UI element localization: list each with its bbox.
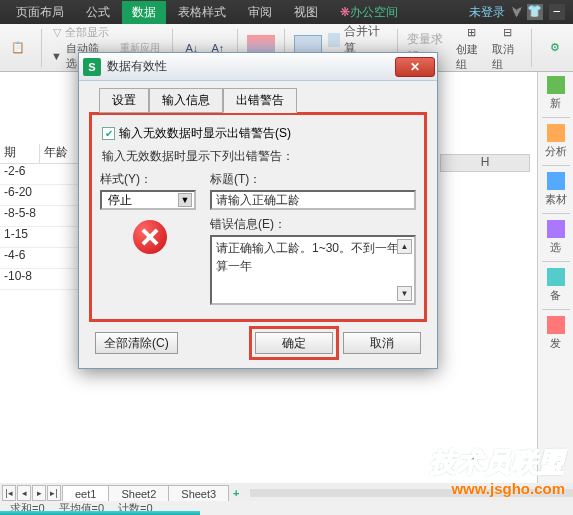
- menu-data[interactable]: 数据: [122, 1, 166, 24]
- menu-table-style[interactable]: 表格样式: [168, 1, 236, 24]
- tab-nav-next[interactable]: ▸: [32, 485, 46, 501]
- tab-nav-prev[interactable]: ◂: [17, 485, 31, 501]
- show-error-label: 输入无效数据时显示出错警告(S): [119, 125, 291, 142]
- visible-cell[interactable]: -4-6: [0, 248, 80, 269]
- dialog-title: 数据有效性: [107, 58, 395, 75]
- menu-office-space[interactable]: ❋办公空间: [330, 1, 408, 24]
- dialog-tabs: 设置 输入信息 出错警告: [99, 87, 427, 112]
- cell-head-2[interactable]: 年龄: [40, 144, 80, 163]
- show-error-checkbox[interactable]: ✔: [102, 127, 115, 140]
- visible-cell[interactable]: -8-5-8: [0, 206, 80, 227]
- sidebar-send[interactable]: 发: [542, 316, 570, 351]
- menu-review[interactable]: 审阅: [238, 1, 282, 24]
- login-link[interactable]: 未登录: [465, 4, 509, 21]
- min-icon[interactable]: ‒: [549, 4, 565, 20]
- ribbon-show-all[interactable]: ▽全部显示: [53, 25, 109, 40]
- visible-cell[interactable]: -2-6: [0, 164, 80, 185]
- dropdown-arrow-icon[interactable]: ▼: [178, 193, 192, 207]
- tab-nav-last[interactable]: ▸|: [47, 485, 61, 501]
- ribbon-ungroup[interactable]: ⊟取消组: [492, 23, 522, 72]
- column-header-H[interactable]: H: [440, 154, 530, 172]
- visible-cell[interactable]: -6-20: [0, 185, 80, 206]
- error-icon: [133, 220, 167, 254]
- sidebar-backup[interactable]: 备: [542, 268, 570, 303]
- ribbon-settings[interactable]: ⚙: [541, 35, 569, 61]
- style-label: 样式(Y)：: [100, 171, 200, 188]
- cell-head-1[interactable]: 期: [0, 144, 40, 163]
- right-sidebar: 新 分析 素材 选 备 发: [537, 72, 573, 485]
- data-validation-dialog: S 数据有效性 ✕ 设置 输入信息 出错警告 ✔ 输入无效数据时显示出错警告(S…: [78, 52, 438, 369]
- sidebar-select[interactable]: 选: [542, 220, 570, 255]
- title-label: 标题(T)：: [210, 171, 416, 188]
- title-input[interactable]: 请输入正确工龄: [210, 190, 416, 210]
- sidebar-analyze[interactable]: 分析: [542, 124, 570, 159]
- highlighted-region: ✔ 输入无效数据时显示出错警告(S) 输入无效数据时显示下列出错警告： 样式(Y…: [89, 112, 427, 322]
- menu-page-layout[interactable]: 页面布局: [6, 1, 74, 24]
- ribbon-paste[interactable]: 📋: [4, 35, 32, 61]
- dialog-titlebar[interactable]: S 数据有效性 ✕: [79, 53, 437, 81]
- menu-view[interactable]: 视图: [284, 1, 328, 24]
- tab-error-alert[interactable]: 出错警告: [223, 88, 297, 113]
- error-message-label: 错误信息(E)：: [210, 216, 416, 233]
- visible-cell[interactable]: 1-15: [0, 227, 80, 248]
- close-button[interactable]: ✕: [395, 57, 435, 77]
- sidebar-new[interactable]: 新: [542, 76, 570, 111]
- style-select[interactable]: 停止 ▼: [100, 190, 196, 210]
- sheet-tab-2[interactable]: Sheet2: [108, 485, 169, 502]
- tab-settings[interactable]: 设置: [99, 88, 149, 113]
- visible-cell[interactable]: -10-8: [0, 269, 80, 290]
- scroll-up-icon[interactable]: ▲: [397, 239, 412, 254]
- watermark-url: www.jsgho.com: [430, 480, 565, 497]
- menu-formula[interactable]: 公式: [76, 1, 120, 24]
- skin-icon[interactable]: 👕: [527, 4, 543, 20]
- cancel-button[interactable]: 取消: [343, 332, 421, 354]
- watermark: 技术员联盟 www.jsgho.com: [430, 445, 565, 497]
- tab-nav-first[interactable]: |◂: [2, 485, 16, 501]
- menu-bar: 页面布局 公式 数据 表格样式 审阅 视图 ❋办公空间 未登录 ⮟ 👕 ‒: [0, 0, 573, 24]
- sheet-tab-3[interactable]: Sheet3: [168, 485, 229, 502]
- scroll-down-icon[interactable]: ▼: [397, 286, 412, 301]
- add-sheet-button[interactable]: +: [228, 487, 244, 499]
- clear-all-button[interactable]: 全部清除(C): [95, 332, 178, 354]
- user-icon[interactable]: ⮟: [511, 5, 523, 19]
- watermark-title: 技术员联盟: [430, 445, 565, 480]
- sheet-tab-1[interactable]: eet1: [62, 485, 109, 502]
- taskbar-strip: [0, 511, 200, 515]
- tab-input-message[interactable]: 输入信息: [149, 88, 223, 113]
- app-logo-icon: S: [83, 58, 101, 76]
- ribbon-group[interactable]: ⊞创建组: [456, 23, 486, 72]
- group-label: 输入无效数据时显示下列出错警告：: [102, 148, 416, 165]
- error-message-textarea[interactable]: 请正确输入工龄。1~30。不到一年算一年 ▲ ▼: [210, 235, 416, 305]
- sidebar-material[interactable]: 素材: [542, 172, 570, 207]
- ok-button[interactable]: 确定: [255, 332, 333, 354]
